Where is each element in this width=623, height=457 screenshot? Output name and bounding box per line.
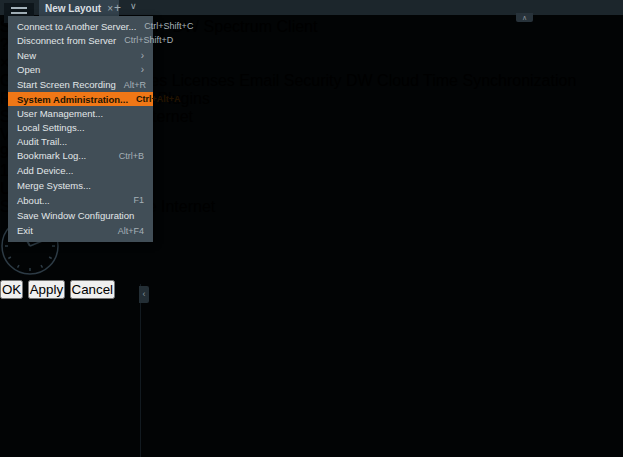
- layout-tab[interactable]: New Layout ×: [39, 0, 119, 17]
- menu-item-bookmark-log[interactable]: Bookmark Log... Ctrl+B: [8, 149, 153, 163]
- menu-item-add-device[interactable]: Add Device...: [8, 164, 153, 178]
- dialog-footer: OK Apply Cancel: [0, 280, 623, 299]
- menu-item-new[interactable]: New ›: [8, 48, 153, 62]
- menu-item-about[interactable]: About... F1: [8, 193, 153, 207]
- menu-item-user-management[interactable]: User Management...: [8, 106, 153, 120]
- menu-item-audit-trail[interactable]: Audit Trail...: [8, 135, 153, 149]
- annotation-box-system-administration: [0, 324, 158, 348]
- annotation-box-sync-toggle: [0, 372, 182, 400]
- tab-email[interactable]: Email: [239, 72, 279, 89]
- hamburger-icon: [11, 7, 27, 9]
- annotation-box-time-sync-tab: [0, 348, 83, 372]
- apply-button[interactable]: Apply: [28, 280, 65, 299]
- menu-item-save-window-configuration[interactable]: Save Window Configuration: [8, 208, 153, 222]
- tab-security[interactable]: Security: [284, 72, 342, 89]
- collapse-top-panel-handle[interactable]: ∧: [516, 13, 533, 22]
- menu-item-local-settings[interactable]: Local Settings...: [8, 120, 153, 134]
- cancel-button[interactable]: Cancel: [70, 280, 116, 299]
- menu-item-exit[interactable]: Exit Alt+F4: [8, 224, 153, 238]
- menu-item-system-administration[interactable]: System Administration... Ctrl+Alt+A: [8, 92, 153, 106]
- collapse-left-panel-handle[interactable]: ‹: [139, 286, 149, 303]
- menu-item-merge-systems[interactable]: Merge Systems...: [8, 178, 153, 192]
- annotation-box-vms-time: [0, 400, 434, 457]
- close-tab-icon[interactable]: ×: [107, 3, 113, 14]
- submenu-arrow-icon: ›: [141, 50, 144, 61]
- panel-edge-divider: [140, 284, 141, 457]
- add-tab-icon[interactable]: +: [114, 1, 121, 15]
- app-window: New Layout × + ∨ ∧ ‹ Connect to Another …: [0, 0, 623, 457]
- menu-item-connect-to-another-server[interactable]: Connect to Another Server... Ctrl+Shift+…: [8, 19, 153, 33]
- tab-dw-cloud[interactable]: DW Cloud: [346, 72, 419, 89]
- main-menu-dropdown: Connect to Another Server... Ctrl+Shift+…: [8, 16, 153, 242]
- menu-item-start-screen-recording[interactable]: Start Screen Recording Alt+R: [8, 78, 153, 92]
- annotation-box-menu-button: [0, 299, 37, 324]
- layout-tab-label: New Layout: [45, 3, 101, 14]
- menu-item-disconnect-from-server[interactable]: Disconnect from Server Ctrl+Shift+D: [8, 33, 153, 47]
- tab-time-synchronization[interactable]: Time Synchronization: [423, 72, 576, 89]
- ok-button[interactable]: OK: [0, 280, 23, 299]
- chevron-down-icon[interactable]: ∨: [130, 1, 137, 11]
- tab-licenses[interactable]: Licenses: [172, 72, 235, 89]
- submenu-arrow-icon: ›: [141, 64, 144, 75]
- menu-item-open[interactable]: Open ›: [8, 63, 153, 77]
